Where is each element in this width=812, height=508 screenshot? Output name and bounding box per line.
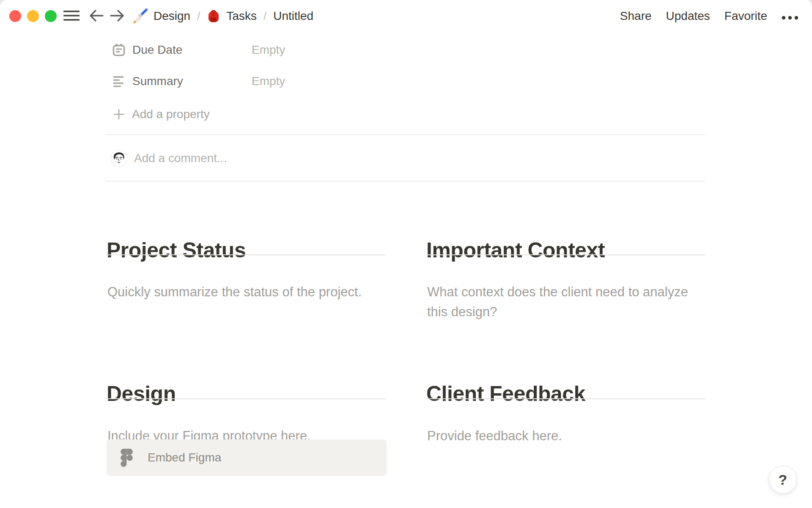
comment-row: Add a comment... bbox=[110, 149, 515, 168]
property-value-due-date[interactable]: Empty bbox=[252, 43, 285, 57]
avatar bbox=[110, 150, 127, 167]
section-title-project-status[interactable]: Project Status bbox=[107, 237, 246, 263]
window-close-button[interactable] bbox=[9, 10, 21, 22]
hamburger-icon bbox=[63, 10, 80, 22]
top-bar: Design / Tasks / Untitled bbox=[0, 0, 812, 32]
section-body-client-feedback[interactable]: Provide feedback here. bbox=[427, 426, 698, 446]
forward-button[interactable] bbox=[109, 9, 125, 23]
property-row: Due Date Empty bbox=[112, 41, 285, 59]
arrow-right-icon bbox=[109, 8, 125, 24]
property-row: Summary Empty bbox=[112, 72, 285, 91]
help-button[interactable]: ? bbox=[769, 466, 797, 494]
back-button[interactable] bbox=[88, 9, 104, 23]
section-body-important-context[interactable]: What context does the client need to ana… bbox=[427, 282, 698, 322]
breadcrumb-separator: / bbox=[263, 10, 266, 23]
figma-icon bbox=[121, 449, 133, 467]
breadcrumb-label: Design bbox=[154, 9, 190, 23]
sidebar-toggle-button[interactable] bbox=[63, 11, 80, 22]
section-divider bbox=[426, 398, 705, 399]
breadcrumb-label: Untitled bbox=[273, 9, 313, 23]
ellipsis-icon bbox=[782, 9, 798, 22]
embed-figma-button[interactable]: Embed Figma bbox=[107, 439, 387, 476]
section-divider bbox=[426, 254, 705, 255]
arrow-left-icon bbox=[88, 8, 104, 24]
breadcrumb-item-untitled[interactable]: Untitled bbox=[273, 9, 313, 23]
plus-icon bbox=[112, 108, 125, 120]
more-options-button[interactable] bbox=[782, 9, 798, 23]
add-property-label: Add a property bbox=[132, 108, 210, 121]
favorite-button[interactable]: Favorite bbox=[724, 9, 767, 23]
section-title-important-context[interactable]: Important Context bbox=[426, 237, 605, 263]
updates-button[interactable]: Updates bbox=[666, 9, 710, 23]
breadcrumb: Design / Tasks / Untitled bbox=[132, 0, 313, 32]
breadcrumb-separator: / bbox=[197, 10, 200, 23]
property-value-summary[interactable]: Empty bbox=[252, 75, 285, 88]
embed-figma-label: Embed Figma bbox=[148, 451, 221, 464]
window-zoom-button[interactable] bbox=[45, 10, 57, 22]
property-label-due-date[interactable]: Due Date bbox=[132, 43, 252, 57]
property-label-summary[interactable]: Summary bbox=[132, 75, 252, 88]
section-body-project-status[interactable]: Quickly summarize the status of the proj… bbox=[107, 282, 387, 302]
backpack-icon bbox=[207, 9, 220, 23]
breadcrumb-label: Tasks bbox=[226, 9, 257, 23]
divider bbox=[106, 134, 705, 135]
window-minimize-button[interactable] bbox=[27, 10, 39, 22]
section-title-client-feedback[interactable]: Client Feedback bbox=[426, 381, 585, 406]
breadcrumb-item-tasks[interactable]: Tasks bbox=[207, 9, 257, 23]
text-lines-icon bbox=[112, 75, 125, 88]
breadcrumb-item-design[interactable]: Design bbox=[132, 8, 190, 24]
share-button[interactable]: Share bbox=[620, 9, 652, 23]
section-divider bbox=[107, 398, 386, 399]
paintbrush-icon bbox=[132, 8, 148, 24]
add-property-button[interactable]: Add a property bbox=[112, 105, 210, 124]
comment-input[interactable]: Add a comment... bbox=[134, 152, 515, 165]
calendar-icon bbox=[112, 44, 125, 56]
section-title-design[interactable]: Design bbox=[107, 381, 176, 406]
notion-window: Design / Tasks / Untitled bbox=[0, 0, 812, 508]
section-divider bbox=[107, 254, 386, 255]
divider bbox=[106, 181, 705, 182]
topbar-actions: Share Updates Favorite bbox=[620, 0, 798, 32]
